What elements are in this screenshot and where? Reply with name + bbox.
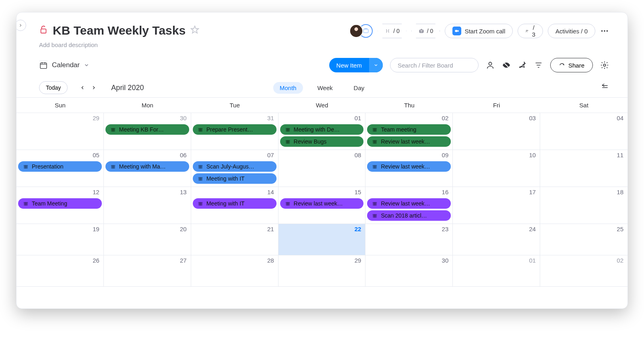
day-number: 28 [267,257,274,264]
calendar-day-cell[interactable]: 04 [540,113,627,150]
calendar-day-cell[interactable]: 02Team meetingReview last week… [365,113,453,150]
board-members-avatars[interactable] [349,24,373,38]
calendar-day-cell[interactable]: 24 [453,224,540,255]
day-number: 06 [180,152,187,158]
calendar-day-cell[interactable]: 12Team Meeting [17,187,104,224]
calendar-day-cell[interactable]: 21 [191,224,279,255]
day-number: 19 [93,226,99,232]
calendar-day-cell[interactable]: 11 [540,150,627,187]
calendar-day-cell[interactable]: 30Meeting KB For… [104,113,191,150]
calendar-day-cell[interactable]: 29 [279,255,366,286]
calendar-event[interactable]: Meeting with IT [193,173,277,184]
day-number: 30 [180,115,187,121]
calendar-day-cell[interactable]: 02 [540,255,627,286]
svg-point-4 [420,31,421,32]
calendar-day-cell[interactable]: 03 [453,113,540,150]
person-filter-icon[interactable] [486,61,495,70]
calendar-event[interactable]: Scan 2018 articl… [367,210,451,221]
calendar-day-cell[interactable]: 20 [104,224,191,255]
calendar-day-cell[interactable]: 26 [17,255,104,286]
calendar-day-cell[interactable]: 31Prepare Present… [191,113,279,150]
calendar-day-cell[interactable]: 27 [104,255,191,286]
prev-month-button[interactable] [80,85,85,90]
calendar-event[interactable]: Review last week… [367,198,451,209]
calendar-day-cell[interactable]: 05Presentation [17,150,104,187]
integrations-chip[interactable]: / 0 [378,24,407,38]
calendar-day-cell[interactable]: 29 [17,113,104,150]
calendar-day-cell[interactable]: 10 [453,150,540,187]
calendar-event[interactable]: Meeting KB For… [105,124,189,135]
calendar-event[interactable]: Meeting with De… [280,124,364,135]
calendar-event[interactable]: Review Bugs [280,136,364,147]
day-number: 20 [180,226,187,232]
calendar-day-cell[interactable]: 08 [279,150,366,187]
calendar-day-cell[interactable]: 30 [365,255,453,286]
day-number: 05 [93,152,99,158]
day-of-week-header: Sat [540,98,627,113]
start-zoom-button[interactable]: Start Zoom call [445,24,513,38]
event-title: Review last week… [381,138,430,145]
share-button[interactable]: Share [550,58,593,72]
day-number: 23 [442,226,449,232]
calendar-event[interactable]: Meeting with IT [193,198,277,209]
day-number: 11 [617,152,623,158]
board-title[interactable]: KB Team Weekly Tasks [53,24,186,37]
calendar-event[interactable]: Team Meeting [18,198,102,209]
day-number: 18 [617,189,623,195]
calendar-day-cell[interactable]: 01 [453,255,540,286]
collapse-sidebar-icon[interactable] [601,83,609,92]
event-title: Meeting with Ma… [119,163,166,170]
filter-icon[interactable] [534,61,543,70]
automations-chip[interactable]: / 0 [411,24,440,38]
new-item-dropdown[interactable] [369,58,383,72]
day-number: 01 [355,115,361,121]
activities-chip[interactable]: Activities / 0 [548,24,595,38]
hide-icon[interactable] [502,61,511,70]
calendar-day-cell[interactable]: 16Review last week…Scan 2018 articl… [365,187,453,224]
event-title: Meeting KB For… [119,126,164,133]
calendar-day-cell[interactable]: 09Review last week… [365,150,453,187]
day-number: 12 [93,189,99,195]
calendar-day-cell[interactable]: 19 [17,224,104,255]
day-number: 13 [180,189,187,195]
gear-icon[interactable] [600,61,609,70]
calendar-event[interactable]: Meeting with Ma… [105,161,189,172]
calendar-day-cell[interactable]: 15Review last week… [279,187,366,224]
calendar-event[interactable]: Team meeting [367,124,451,135]
calendar-day-cell[interactable]: 06Meeting with Ma… [104,150,191,187]
event-title: Review Bugs [294,138,327,145]
calendar-day-cell[interactable]: 07Scan July-Augus…Meeting with IT [191,150,279,187]
calendar-day-cell[interactable]: 18 [540,187,627,224]
calendar-day-cell[interactable]: 14Meeting with IT [191,187,279,224]
calendar-event[interactable]: Presentation [18,161,102,172]
calendar-day-cell[interactable]: 13 [104,187,191,224]
day-number: 02 [617,257,623,264]
view-selector[interactable]: Calendar [39,61,89,70]
day-number: 08 [355,152,361,158]
calendar-event[interactable]: Review last week… [280,198,364,209]
calendar-event[interactable]: Scan July-Augus… [193,161,277,172]
new-item-button[interactable]: New Item [329,58,383,72]
search-input[interactable] [390,58,479,72]
calendar-day-cell[interactable]: 01Meeting with De…Review Bugs [279,113,366,150]
calendar-event[interactable]: Review last week… [367,161,451,172]
calendar-day-cell[interactable]: 25 [540,224,627,255]
calendar-event[interactable]: Review last week… [367,136,451,147]
star-icon[interactable] [190,25,199,36]
toggle-day[interactable]: Day [347,82,371,94]
more-options-button[interactable] [600,27,609,35]
svg-point-11 [604,30,605,32]
event-title: Team meeting [381,126,416,133]
pin-icon[interactable] [518,61,527,70]
toggle-month[interactable]: Month [273,82,303,94]
calendar-day-cell[interactable]: 23 [365,224,453,255]
calendar-day-cell[interactable]: 17 [453,187,540,224]
today-button[interactable]: Today [39,81,68,94]
board-description[interactable]: Add board description [39,41,199,48]
calendar-day-cell[interactable]: 22 [279,224,366,255]
calendar-event[interactable]: Prepare Present… [193,124,277,135]
toggle-week[interactable]: Week [311,82,339,94]
next-month-button[interactable] [91,85,97,90]
members-chip[interactable]: / 3 [518,24,543,38]
calendar-day-cell[interactable]: 28 [191,255,279,286]
